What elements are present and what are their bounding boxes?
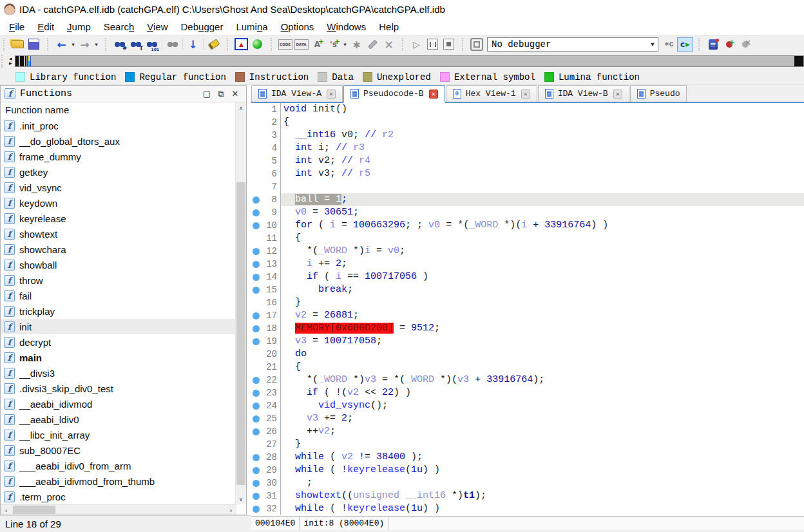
pseudocode-line-16[interactable]: 16 } (251, 296, 804, 309)
breakpoint-bullet-icon[interactable] (251, 454, 261, 461)
pseudocode-line-31[interactable]: 31 showtext((unsigned __int16 *)t1); (251, 489, 804, 502)
patch-program-icon[interactable]: ∗ (349, 37, 365, 52)
menu-item-jump[interactable]: Jump (61, 20, 97, 33)
pseudocode-line-9[interactable]: 9 v0 = 30651; (251, 206, 804, 219)
back-dropdown-icon[interactable]: ▾ (70, 37, 77, 52)
breakpoint-bullet-icon[interactable] (251, 338, 261, 345)
function-item-getkey[interactable]: fgetkey (1, 164, 246, 180)
function-item-init-proc[interactable]: f.init_proc (1, 118, 246, 133)
debugger-pause-icon[interactable] (425, 37, 441, 52)
function-item-frame-dummy[interactable]: fframe_dummy (1, 149, 246, 164)
code-text[interactable]: ball = 1; (280, 193, 804, 206)
close-icon[interactable]: ✕ (228, 89, 242, 99)
function-item-showtext[interactable]: fshowtext (1, 226, 246, 242)
navband-scroll-arrows[interactable]: ◂▸ (9, 57, 12, 66)
forward-dropdown-icon[interactable]: ▾ (93, 37, 100, 52)
function-item-divsi3-skip-div0-test[interactable]: f.divsi3_skip_div0_test (1, 381, 246, 396)
tab-close-icon[interactable]: ✕ (327, 90, 336, 99)
pseudocode-line-11[interactable]: 11 { (251, 232, 804, 245)
pseudocode-line-27[interactable]: 27 } (251, 438, 804, 451)
function-item-aeabi-idivmod[interactable]: f__aeabi_idivmod (1, 396, 246, 412)
pseudocode-line-14[interactable]: 14 if ( i == 100717056 ) (251, 271, 804, 283)
code-text[interactable]: int v3; // r5 (280, 167, 804, 180)
code-text[interactable]: *(_WORD *)i = v0; (280, 245, 804, 258)
breakpoint-bullet-icon[interactable] (251, 248, 261, 255)
pseudocode-line-1[interactable]: 1void init() (251, 103, 804, 116)
pseudocode-line-30[interactable]: 30 ; (251, 477, 804, 489)
back-icon[interactable]: ← (53, 37, 70, 52)
pseudocode-line-7[interactable]: 7 (251, 180, 804, 193)
function-item-term-proc[interactable]: f.term_proc (1, 489, 246, 504)
code-text[interactable]: { (280, 361, 804, 374)
menu-item-lumina[interactable]: Lumina (229, 20, 274, 33)
tab-pseudocode-b[interactable]: Pseudocode-B✕ (343, 85, 445, 103)
pseudocode-line-15[interactable]: 15 break; (251, 283, 804, 296)
pseudocode-line-25[interactable]: 25 v3 += 2; (251, 412, 804, 425)
code-text[interactable]: for ( i = 100663296; ; v0 = *(_WORD *)(i… (280, 219, 804, 232)
code-text[interactable]: void init() (280, 103, 804, 116)
debugger-options-icon[interactable] (705, 37, 721, 52)
highlight-icon[interactable] (206, 37, 222, 52)
function-item-aeabi-idivmod-from-thumb[interactable]: f___aeabi_idivmod_from_thumb (1, 473, 246, 489)
function-item-showball[interactable]: fshowball (1, 257, 246, 272)
tab-ida-view-a[interactable]: IDA View-A✕ (251, 85, 343, 102)
scroll-right-icon[interactable]: › (225, 506, 236, 514)
breakpoint-bullet-icon[interactable] (251, 390, 261, 397)
breakpoint-bullet-icon[interactable] (251, 377, 261, 384)
function-item-main[interactable]: fmain (1, 350, 246, 365)
make-name-icon[interactable] (309, 37, 325, 52)
code-text[interactable]: while ( !keyrelease(1u) ) (280, 464, 804, 477)
functions-horizontal-scrollbar[interactable]: ‹ › (1, 504, 236, 515)
code-text[interactable]: showtext((unsigned __int16 *)t1); (280, 489, 804, 502)
code-text[interactable]: i += 2; (280, 258, 804, 271)
jump-address-icon[interactable]: ↓ (185, 37, 201, 52)
toolbar-drag-handle[interactable] (227, 38, 231, 51)
function-item-keyrelease[interactable]: fkeyrelease (1, 211, 246, 226)
breakpoint-bullet-icon[interactable] (251, 222, 261, 229)
search-address-icon[interactable] (111, 37, 128, 52)
tab-ida-view-b[interactable]: IDA View-B✕ (538, 85, 629, 102)
breakpoint-bullet-icon[interactable] (251, 403, 261, 410)
breakpoint-bullet-icon[interactable] (251, 415, 261, 423)
add-breakpoint-icon[interactable] (721, 37, 737, 52)
quick-run-icon[interactable]: c (677, 37, 693, 52)
code-text[interactable]: ; (280, 477, 804, 489)
code-text[interactable]: } (280, 296, 804, 309)
code-text[interactable]: while ( !keyrelease(1u) ) (280, 502, 804, 515)
pseudocode-line-28[interactable]: 28 while ( v2 != 38400 ); (251, 451, 804, 464)
functions-panel-titlebar[interactable]: f Functions ▢ ⧉ ✕ (1, 86, 246, 102)
breakpoint-bullet-icon[interactable] (251, 428, 261, 435)
breakpoint-bullet-icon[interactable] (251, 274, 261, 281)
pseudocode-line-29[interactable]: 29 while ( !keyrelease(1u) ) (251, 464, 804, 477)
scroll-up-icon[interactable]: ∧ (236, 102, 246, 113)
pseudocode-line-8[interactable]: 8 ball = 1; (251, 193, 804, 206)
code-text[interactable]: v0 = 30651; (280, 206, 804, 219)
toolbar-drag-handle[interactable] (105, 38, 109, 51)
scrollbar-thumb[interactable] (236, 182, 245, 485)
code-text[interactable]: while ( v2 != 38400 ); (280, 451, 804, 464)
function-item-do-global-dtors-aux[interactable]: f__do_global_dtors_aux (1, 133, 246, 149)
debugger-stop-icon[interactable] (441, 37, 457, 52)
toolbar-drag-handle[interactable] (1, 55, 5, 68)
maximize-icon[interactable]: ▢ (200, 89, 214, 99)
function-item-vid-vsync[interactable]: fvid_vsync (1, 180, 246, 195)
code-text[interactable]: do (280, 348, 804, 361)
pseudocode-line-17[interactable]: 17 v2 = 26881; (251, 309, 804, 322)
chevron-down-icon[interactable]: ▼ (647, 41, 658, 48)
pseudocode-line-4[interactable]: 4 int i; // r3 (251, 142, 804, 155)
breakpoint-bullet-icon[interactable] (251, 287, 261, 294)
menu-item-edit[interactable]: Edit (31, 20, 61, 33)
pseudocode-line-21[interactable]: 21 { (251, 361, 804, 374)
code-text[interactable]: MEMORY[0x600D200] = 9512; (280, 322, 804, 335)
pseudocode-line-18[interactable]: 18 MEMORY[0x600D200] = 9512; (251, 322, 804, 335)
make-code-icon[interactable] (277, 37, 293, 52)
make-data-icon[interactable] (293, 37, 309, 52)
tab-pseudo[interactable]: Pseudo (630, 85, 687, 102)
pseudocode-line-20[interactable]: 20 do (251, 348, 804, 361)
restore-icon[interactable]: ⧉ (214, 89, 228, 99)
function-item-throw[interactable]: fthrow (1, 272, 246, 288)
lumina-icon[interactable] (249, 37, 265, 52)
function-item-libc-init-array[interactable]: f__libc_init_array (1, 427, 246, 442)
search-text-icon[interactable] (128, 37, 144, 52)
toolbar-drag-handle[interactable] (3, 38, 7, 51)
